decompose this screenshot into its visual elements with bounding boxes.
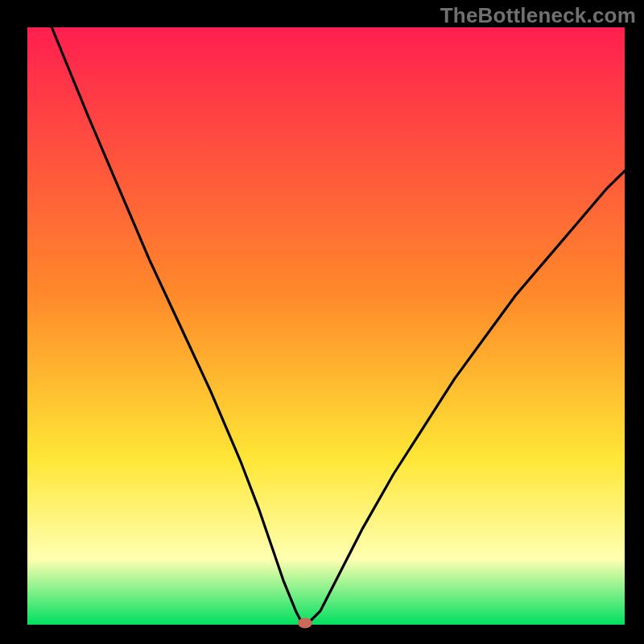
- plot-background: [27, 27, 625, 625]
- watermark-text: TheBottleneck.com: [440, 3, 636, 28]
- chart-container: TheBottleneck.com: [0, 0, 644, 644]
- bottleneck-chart: [0, 0, 644, 644]
- optimal-marker: [298, 618, 312, 629]
